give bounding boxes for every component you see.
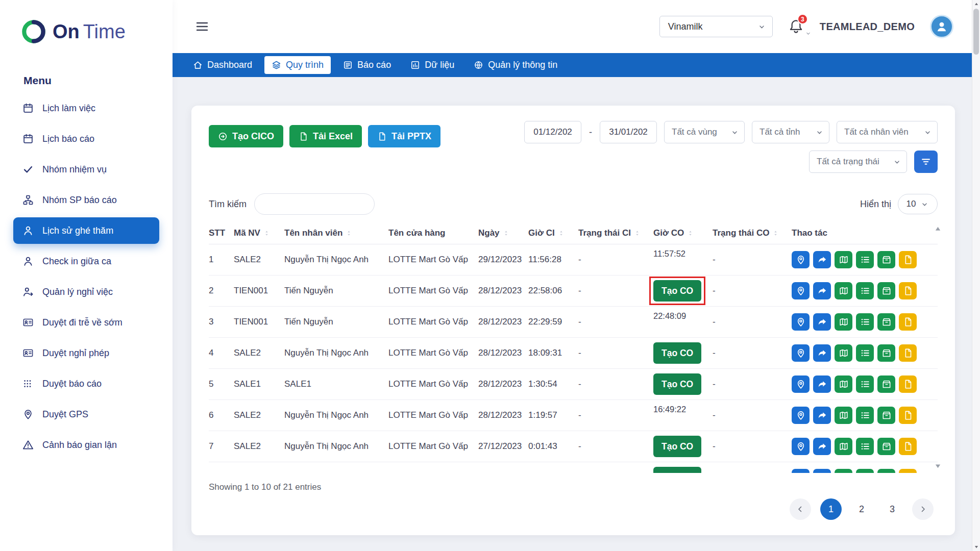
date-from-input[interactable] (524, 121, 581, 143)
action-list-button[interactable] (856, 438, 874, 455)
pagination-next-button[interactable] (912, 498, 934, 520)
action-list-button[interactable] (856, 344, 874, 362)
scrollbar-thumb[interactable] (973, 9, 979, 55)
action-map-button[interactable] (835, 407, 852, 424)
sort-icon[interactable] (263, 229, 270, 237)
create-co-button[interactable]: Tạo CO (653, 373, 701, 395)
column-header-2[interactable]: Tên nhân viên (284, 228, 388, 238)
column-header-5[interactable]: Giờ CI (528, 228, 578, 238)
sidebar-item-3[interactable]: Nhóm SP báo cáo (13, 187, 159, 213)
action-share-button[interactable] (813, 282, 831, 299)
action-list-button[interactable] (856, 282, 874, 299)
sidebar-item-2[interactable]: Nhóm nhiệm vụ (13, 156, 159, 183)
sort-icon[interactable] (687, 229, 694, 237)
pagination-page-2[interactable]: 2 (851, 498, 872, 520)
action-pin-button[interactable] (792, 313, 810, 331)
action-list-button[interactable] (856, 251, 874, 268)
action-box-button[interactable] (877, 438, 895, 455)
action-file-button[interactable] (899, 344, 917, 362)
action-box-button[interactable] (877, 407, 895, 424)
action-pin-button[interactable] (792, 375, 810, 393)
sidebar-item-1[interactable]: Lịch báo cáo (13, 126, 159, 152)
page-size-select[interactable]: 10 (898, 194, 938, 214)
download-pptx-button[interactable]: Tải PPTX (368, 125, 440, 147)
sidebar-item-5[interactable]: Check in giữa ca (13, 248, 159, 274)
download-excel-button[interactable]: Tải Excel (289, 125, 362, 147)
hamburger-menu-button[interactable] (193, 17, 211, 36)
action-share-button[interactable] (813, 469, 831, 473)
action-file-button[interactable] (899, 251, 917, 268)
nav-item-4[interactable]: Quản lý thông tin (467, 56, 565, 74)
page-scrollbar[interactable] (972, 0, 980, 551)
action-file-button[interactable] (899, 375, 917, 393)
sort-icon[interactable] (558, 229, 565, 237)
action-file-button[interactable] (899, 438, 917, 455)
action-map-button[interactable] (835, 251, 852, 268)
triangle-up-icon[interactable] (974, 2, 979, 7)
action-share-button[interactable] (813, 251, 831, 268)
pagination-page-1[interactable]: 1 (820, 498, 842, 520)
sidebar-item-7[interactable]: Duyệt đi trễ về sớm (13, 309, 159, 336)
action-file-button[interactable] (899, 313, 917, 331)
action-map-button[interactable] (835, 344, 852, 362)
date-to-input[interactable] (600, 121, 657, 143)
pagination-prev-button[interactable] (790, 498, 811, 520)
pagination-page-3[interactable]: 3 (881, 498, 903, 520)
column-header-1[interactable]: Mã NV (234, 228, 284, 238)
avatar[interactable] (930, 15, 953, 38)
action-file-button[interactable] (899, 407, 917, 424)
action-box-button[interactable] (877, 375, 895, 393)
action-box-button[interactable] (877, 469, 895, 473)
sidebar-item-9[interactable]: Duyệt báo cáo (13, 370, 159, 397)
sidebar-item-10[interactable]: Duyệt GPS (13, 401, 159, 428)
action-pin-button[interactable] (792, 469, 810, 473)
create-co-button[interactable]: Tạo CO (653, 467, 701, 473)
action-file-button[interactable] (899, 469, 917, 473)
action-map-button[interactable] (835, 313, 852, 331)
action-pin-button[interactable] (792, 251, 810, 268)
action-box-button[interactable] (877, 344, 895, 362)
action-file-button[interactable] (899, 282, 917, 299)
create-co-button[interactable]: Tạo CO (653, 280, 701, 302)
column-header-6[interactable]: Trạng thái CI (578, 228, 653, 238)
action-box-button[interactable] (877, 251, 895, 268)
action-map-button[interactable] (835, 469, 852, 473)
employee-filter-select[interactable]: Tất cả nhân viên (837, 121, 938, 143)
triangle-down-icon[interactable] (974, 544, 979, 549)
province-filter-select[interactable]: Tất cả tỉnh (752, 121, 829, 143)
column-header-8[interactable]: Trạng thái CO (713, 228, 792, 238)
action-pin-button[interactable] (792, 344, 810, 362)
action-map-button[interactable] (835, 375, 852, 393)
action-pin-button[interactable] (792, 438, 810, 455)
create-co-button[interactable]: Tạo CO (653, 342, 701, 364)
create-co-button[interactable]: Tạo CO (653, 436, 701, 457)
logo[interactable]: On Time (0, 0, 173, 46)
action-share-button[interactable] (813, 344, 831, 362)
triangle-down-icon[interactable] (934, 462, 942, 470)
action-share-button[interactable] (813, 313, 831, 331)
action-share-button[interactable] (813, 375, 831, 393)
action-map-button[interactable] (835, 282, 852, 299)
action-pin-button[interactable] (792, 407, 810, 424)
region-filter-select[interactable]: Tất cả vùng (664, 121, 745, 143)
action-list-button[interactable] (856, 407, 874, 424)
create-cico-button[interactable]: Tạo CICO (209, 125, 283, 147)
nav-item-0[interactable]: Dashboard (186, 56, 259, 74)
sort-icon[interactable] (772, 229, 779, 237)
sort-icon[interactable] (346, 229, 352, 237)
sidebar-item-4[interactable]: Lịch sử ghé thăm (13, 217, 159, 244)
action-box-button[interactable] (877, 282, 895, 299)
triangle-up-icon[interactable] (934, 225, 942, 233)
sidebar-item-6[interactable]: Quản lý nghỉ việc (13, 279, 159, 305)
action-share-button[interactable] (813, 407, 831, 424)
sidebar-item-0[interactable]: Lịch làm việc (13, 95, 159, 121)
action-list-button[interactable] (856, 313, 874, 331)
action-box-button[interactable] (877, 313, 895, 331)
status-filter-select[interactable]: Tất cả trạng thái (809, 151, 907, 173)
notifications-button[interactable]: 3 (788, 18, 804, 35)
action-list-button[interactable] (856, 469, 874, 473)
column-header-4[interactable]: Ngày (478, 228, 528, 238)
nav-item-1[interactable]: Quy trình (264, 56, 331, 74)
action-pin-button[interactable] (792, 282, 810, 299)
sort-icon[interactable] (634, 229, 641, 237)
